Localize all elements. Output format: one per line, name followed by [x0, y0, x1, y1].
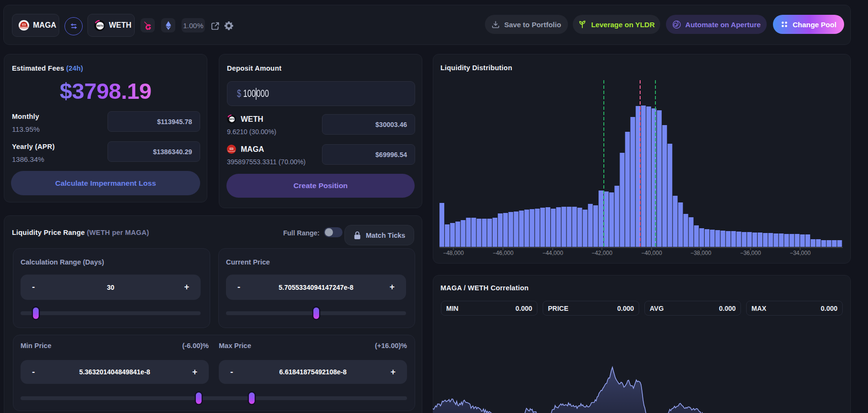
svg-text:WETH: WETH [96, 24, 103, 27]
svg-text:WETH: WETH [229, 118, 235, 120]
